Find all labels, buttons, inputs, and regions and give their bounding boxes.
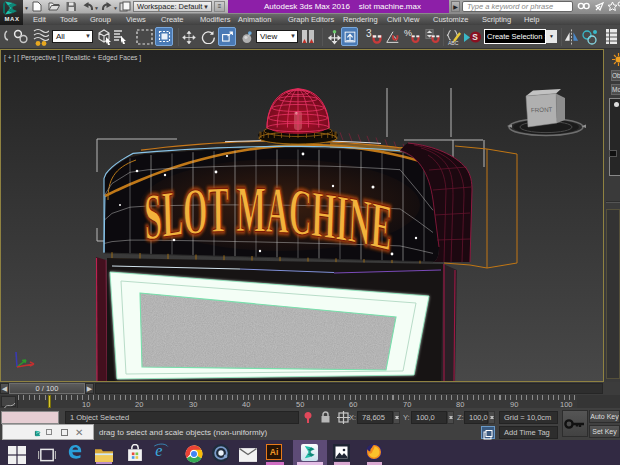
- svg-text:FRONT: FRONT: [531, 106, 553, 114]
- svg-text:ABC: ABC: [448, 41, 459, 47]
- svg-text:S: S: [472, 32, 478, 42]
